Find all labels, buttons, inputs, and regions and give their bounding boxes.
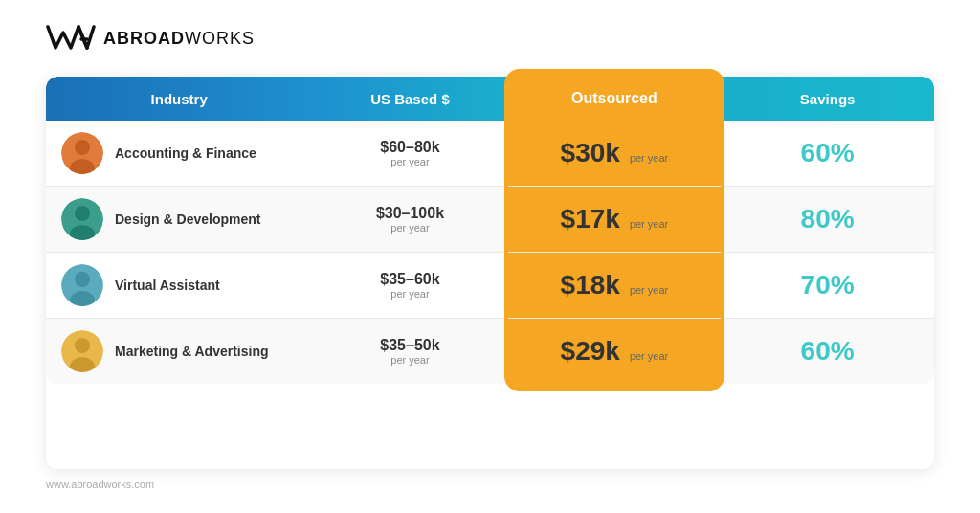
usbased-cell-va: $35–60k per year	[312, 253, 507, 319]
outsourced-inner-marketing: $29k per year	[523, 336, 706, 367]
savings-value-design: 80%	[801, 204, 855, 234]
outsourced-inner-design: $17k per year	[523, 204, 706, 234]
savings-value-va: 70%	[801, 270, 855, 300]
industry-name-design: Design & Development	[115, 212, 260, 227]
outsourced-price-va: $18k	[561, 270, 620, 301]
header-industry: Industry	[46, 77, 312, 121]
table-row: Design & Development $30–100k per year $…	[46, 187, 934, 253]
industry-cell-marketing: Marketing & Advertising	[46, 319, 312, 384]
outsourced-cell-marketing: $29k per year	[508, 319, 722, 384]
logo-text: ABROADWORKS	[103, 29, 255, 49]
table-row: Marketing & Advertising $35–50k per year…	[46, 319, 934, 384]
savings-cell-va: 70%	[721, 253, 934, 319]
header-usbased: US Based $	[312, 77, 507, 121]
table-row: Virtual Assistant $35–60k per year $18k …	[46, 253, 934, 319]
industry-name-accounting: Accounting & Finance	[115, 145, 256, 161]
outsourced-peryear-marketing: per year	[630, 350, 668, 362]
usbased-cell-design: $30–100k per year	[312, 187, 507, 253]
industry-cell-design: Design & Development	[46, 187, 312, 253]
usbased-sub-design: per year	[327, 222, 492, 234]
avatar-design	[61, 198, 103, 240]
svg-point-2	[75, 140, 90, 155]
usbased-cell-accounting: $60–80k per year	[312, 121, 507, 187]
savings-cell-design: 80%	[721, 187, 934, 253]
avatar-marketing	[61, 330, 103, 372]
outsourced-inner-va: $18k per year	[523, 270, 706, 301]
footer-url: www.abroadworks.com	[46, 479, 934, 490]
outsourced-peryear-design: per year	[630, 218, 668, 230]
usbased-price-design: $30–100k	[327, 205, 492, 222]
usbased-cell-marketing: $35–50k per year	[312, 319, 507, 384]
outsourced-price-design: $17k	[561, 204, 620, 234]
svg-point-11	[75, 338, 90, 353]
outsourced-inner-accounting: $30k per year	[523, 138, 706, 168]
table-row: Accounting & Finance $60–80k per year $3…	[46, 121, 934, 187]
usbased-sub-va: per year	[327, 288, 492, 300]
industry-cell-accounting: Accounting & Finance	[46, 121, 312, 187]
outsourced-price-accounting: $30k	[561, 138, 620, 168]
outsourced-cell-va: $18k per year	[508, 253, 722, 319]
header-outsourced: Outsourced	[508, 77, 722, 121]
usbased-price-accounting: $60–80k	[327, 139, 492, 156]
comparison-table: Industry US Based $ Outsourced Savings A…	[46, 77, 934, 384]
table-wrapper: Industry US Based $ Outsourced Savings A…	[46, 77, 934, 469]
savings-cell-accounting: 60%	[721, 121, 934, 187]
header-savings: Savings	[721, 77, 934, 121]
outsourced-cell-accounting: $30k per year	[508, 121, 722, 187]
svg-point-5	[75, 206, 90, 221]
industry-name-marketing: Marketing & Advertising	[115, 344, 269, 359]
logo-icon	[46, 23, 96, 54]
outsourced-price-marketing: $29k	[561, 336, 620, 367]
savings-value-marketing: 60%	[801, 336, 855, 366]
savings-cell-marketing: 60%	[721, 319, 934, 384]
svg-point-8	[75, 272, 90, 287]
usbased-price-va: $35–60k	[327, 271, 492, 288]
usbased-price-marketing: $35–50k	[327, 337, 492, 354]
usbased-sub-marketing: per year	[327, 354, 492, 366]
industry-name-va: Virtual Assistant	[115, 278, 220, 293]
page-container: ABROADWORKS Industry US Based $ Outsourc…	[0, 0, 980, 513]
industry-cell-va: Virtual Assistant	[46, 253, 312, 319]
avatar-va	[61, 264, 103, 306]
outsourced-peryear-accounting: per year	[630, 152, 668, 164]
outsourced-cell-design: $17k per year	[508, 187, 722, 253]
usbased-sub-accounting: per year	[327, 156, 492, 167]
logo-area: ABROADWORKS	[46, 23, 934, 54]
avatar-accounting	[61, 132, 103, 174]
outsourced-peryear-va: per year	[630, 284, 668, 296]
savings-value-accounting: 60%	[801, 138, 855, 167]
